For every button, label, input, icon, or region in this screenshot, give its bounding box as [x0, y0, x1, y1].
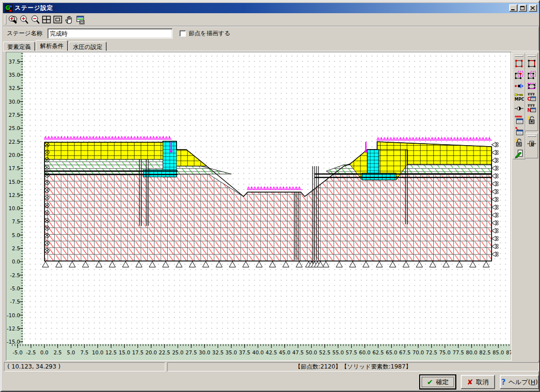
zoom-out-icon[interactable] [30, 14, 41, 25]
toolbar-grip[interactable] [527, 55, 536, 57]
x-tick-label: -2.5 [26, 349, 36, 355]
y-tick-label: 7.5 [12, 218, 20, 224]
draw-nodes-checkbox[interactable] [180, 30, 186, 37]
node-link-icon[interactable] [514, 103, 524, 114]
move-node-icon[interactable] [514, 81, 524, 91]
tab-element-definition[interactable]: 要素定義 [3, 42, 35, 51]
x-tick-label: 87.5 [506, 349, 511, 355]
y-tick-label: -5.0 [10, 285, 21, 291]
tab-water-pressure[interactable]: 水圧の設定 [68, 42, 107, 51]
x-tick-label: 40.0 [252, 349, 264, 355]
x-tick-label: 35.0 [225, 349, 237, 355]
x-tick-label: 20.0 [145, 349, 157, 355]
title-bar[interactable]: G ステージ設定 [3, 3, 539, 13]
element-toolbar: B [525, 133, 538, 158]
x-tick-label: 7.5 [80, 349, 89, 355]
c-load-table-icon[interactable]: C [526, 92, 537, 103]
mesh-counts: 【節点数:2120】【ソリッド要素数:1987】 [167, 362, 539, 371]
mpc-icon[interactable]: MPC [514, 92, 524, 103]
n-load-table-icon[interactable]: N [526, 103, 537, 114]
y-tick-label: 22.5 [9, 139, 20, 145]
y-tick-label: 35.0 [9, 72, 20, 78]
main-toolbar [3, 13, 539, 26]
spring-table-icon[interactable] [514, 114, 524, 125]
zoom-window-icon[interactable] [7, 14, 19, 25]
zoom-in-icon[interactable] [19, 14, 30, 25]
minimize-button[interactable] [509, 4, 518, 12]
x-tick-label: 12.5 [105, 349, 116, 355]
x-tick-label: 0.0 [40, 349, 48, 355]
select-add-region-icon[interactable] [514, 69, 524, 80]
y-tick-label: 25.0 [9, 125, 20, 131]
toolbar-grip[interactable] [5, 15, 6, 24]
help-label: ヘルプ( [509, 378, 531, 387]
stage-name-input[interactable]: 完成時 [47, 28, 173, 39]
load-toolbar: C N [525, 53, 538, 131]
node-load-table-icon[interactable] [514, 126, 524, 136]
toolbar-grip[interactable] [515, 55, 523, 57]
y-tick-label: 27.5 [9, 112, 20, 118]
x-tick-label: 25.0 [172, 349, 183, 355]
x-tick-label: 62.5 [372, 349, 383, 355]
x-tick-label: 27.5 [185, 349, 197, 355]
draw-nodes-label: 節点を描画する [189, 29, 230, 38]
close-button[interactable] [529, 4, 537, 12]
display-settings-icon[interactable] [75, 14, 86, 25]
maximize-button[interactable] [518, 4, 527, 12]
y-tick-label: 5.0 [12, 232, 20, 238]
cursor-coordinates: ( 10.123, 34.293 ) [4, 362, 165, 371]
y-tick-label: -12.5 [7, 326, 20, 331]
x-tick-label: 42.5 [266, 349, 277, 355]
x-tick-label: 72.5 [426, 349, 437, 355]
svg-text:C: C [527, 96, 531, 102]
mesh-svg[interactable]: 37.535.032.530.027.525.022.520.017.515.0… [6, 52, 511, 360]
x-tick-label: 22.5 [159, 349, 170, 355]
main-area: 37.535.032.530.027.525.022.520.017.515.0… [3, 51, 539, 361]
toolbar-grip[interactable] [527, 135, 536, 137]
region-edge-icon[interactable] [526, 58, 537, 69]
fit-view-icon[interactable] [41, 14, 52, 25]
svg-text:B: B [531, 142, 534, 147]
x-tick-label: 85.0 [493, 349, 504, 355]
y-tick-label: 37.5 [9, 59, 20, 65]
x-icon: ✘ [467, 378, 473, 387]
unlock2-icon[interactable] [526, 114, 537, 125]
help-button[interactable]: ? ヘルプ(H) [500, 375, 539, 389]
x-tick-label: 57.5 [346, 349, 357, 355]
x-tick-label: 65.0 [386, 349, 397, 355]
footer: ✔ 確定 ✘ 取消 ? ヘルプ(H) [3, 372, 539, 391]
unlock-icon[interactable] [514, 137, 524, 148]
confirm-button[interactable]: ✔ 確定 [420, 375, 456, 389]
y-tick-label: 12.5 [9, 192, 20, 198]
edit-exit-icon[interactable] [514, 148, 524, 159]
y-tick-label: -7.5 [10, 299, 21, 305]
y-tick-label: 17.5 [9, 165, 20, 171]
status-bar: ( 10.123, 34.293 ) 【節点数:2120】【ソリッド要素数:19… [3, 361, 539, 372]
x-tick-label: 60.0 [359, 349, 370, 355]
region-dashed-icon[interactable] [526, 81, 537, 91]
x-tick-label: 77.5 [452, 349, 464, 355]
zoom-extents-icon[interactable] [52, 14, 64, 25]
tab-bar: 要素定義 解析条件 水圧の設定 [3, 40, 539, 51]
y-tick-label: 30.0 [9, 99, 20, 105]
window-title: ステージ設定 [15, 4, 53, 12]
x-tick-label: 2.5 [54, 349, 62, 355]
region-copy-icon[interactable] [526, 69, 537, 80]
edit-toolbar: MPC [513, 53, 525, 159]
x-tick-label: 67.5 [399, 349, 410, 355]
beam-element-icon[interactable]: B [526, 138, 537, 149]
select-region-icon[interactable] [514, 58, 524, 69]
tab-analysis-conditions[interactable]: 解析条件 [36, 40, 68, 51]
x-tick-label: 45.0 [279, 349, 290, 355]
x-tick-label: 30.0 [199, 349, 210, 355]
mesh-canvas[interactable]: 37.535.032.530.027.525.022.520.017.515.0… [6, 52, 512, 361]
x-tick-label: 37.5 [239, 349, 250, 355]
y-tick-label: -15.0 [7, 339, 20, 345]
cancel-button[interactable]: ✘ 取消 [461, 375, 495, 389]
x-tick-label: 10.0 [92, 349, 103, 355]
x-tick-label: 15.0 [119, 349, 130, 355]
x-tick-label: 5.0 [67, 349, 75, 355]
y-tick-label: 2.5 [12, 245, 20, 251]
y-tick-label: 15.0 [9, 179, 20, 185]
pan-hand-icon[interactable] [64, 14, 75, 25]
